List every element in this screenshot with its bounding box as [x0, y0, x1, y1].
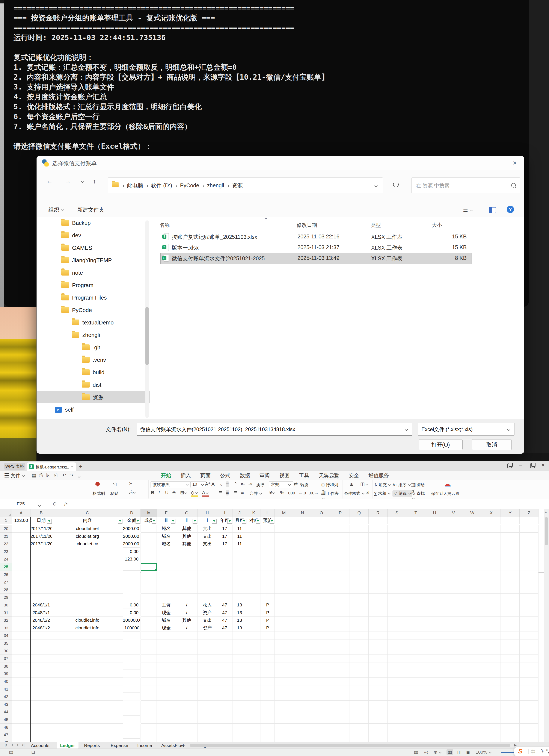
cell-L21[interactable] [261, 533, 275, 540]
row-header-26[interactable]: 26 [0, 571, 12, 579]
cell-Q21[interactable] [350, 533, 369, 540]
cell-G39[interactable] [176, 670, 198, 678]
cell-H20[interactable]: 支出 [198, 525, 217, 533]
cell-J25[interactable] [233, 563, 247, 571]
cell-I45[interactable] [217, 716, 233, 724]
cell-C1[interactable]: 内容 [52, 517, 123, 524]
cell-L33[interactable]: P [261, 624, 275, 632]
cell-X34[interactable] [482, 632, 501, 639]
filter-icon[interactable] [212, 519, 217, 524]
cell-G29[interactable] [176, 594, 198, 601]
cell-Z34[interactable] [520, 632, 538, 639]
tree-scrollbar[interactable] [145, 220, 149, 418]
cell-F44[interactable] [157, 708, 176, 716]
format-painter-label[interactable]: 格式刷 [93, 491, 105, 496]
cell-U26[interactable] [425, 571, 444, 579]
cell-Z37[interactable] [520, 655, 538, 662]
cell-D44[interactable] [123, 708, 141, 716]
cell-J47[interactable] [233, 731, 247, 739]
cell-N47[interactable] [293, 731, 312, 739]
cell-F1[interactable]: Ⅲ [157, 517, 176, 524]
cell-B24[interactable] [30, 555, 52, 563]
cell-C32[interactable]: cloudlet.info [52, 617, 123, 624]
cell-B38[interactable] [30, 662, 52, 670]
cell-X39[interactable] [482, 670, 501, 678]
filter-icon[interactable] [152, 519, 156, 524]
cell-E21[interactable] [141, 533, 157, 540]
cell-B34[interactable] [30, 632, 52, 639]
cell-U47[interactable] [425, 731, 444, 739]
cell-T25[interactable] [406, 563, 425, 571]
cell-I24[interactable] [217, 555, 233, 563]
cell-F25[interactable] [157, 563, 176, 571]
minimize-icon[interactable]: − [519, 462, 522, 469]
column-header-V[interactable]: V [444, 509, 463, 517]
cell-H47[interactable] [198, 731, 217, 739]
cell-Q41[interactable] [350, 685, 369, 693]
cell-H25[interactable] [198, 563, 217, 571]
sidebar-item--[interactable]: 资源 [37, 391, 150, 403]
cell-G35[interactable] [176, 639, 198, 647]
cell-F32[interactable]: 域名 [157, 617, 176, 624]
cell-W43[interactable] [463, 701, 482, 708]
cell-H27[interactable] [198, 578, 217, 586]
cell-F33[interactable]: 现金 [157, 624, 176, 632]
row-header-39[interactable]: 39 [0, 670, 12, 678]
cell-G27[interactable] [176, 578, 198, 586]
tab-插入[interactable]: 插入 [181, 472, 191, 479]
increase-decimal-icon[interactable]: .00→ [309, 491, 318, 495]
cell-P23[interactable] [331, 548, 350, 556]
tab-开始[interactable]: 开始 [161, 472, 171, 480]
new-folder-button[interactable]: 新建文件夹 [77, 206, 104, 213]
align-right-icon[interactable]: ≣ [234, 490, 238, 495]
cell-U46[interactable] [425, 724, 444, 731]
cell-V38[interactable] [444, 662, 463, 670]
cell-Q33[interactable] [350, 624, 369, 632]
convert-label[interactable]: 转换 [300, 482, 308, 488]
cell-O47[interactable] [312, 731, 331, 739]
column-header-X[interactable]: X [482, 509, 501, 517]
column-header-D[interactable]: D [123, 509, 141, 517]
cell-J31[interactable]: 13 [233, 609, 247, 617]
cell-T21[interactable] [406, 533, 425, 540]
cell-U30[interactable] [425, 601, 444, 609]
cell-D40[interactable] [123, 678, 141, 685]
cell-J27[interactable] [233, 578, 247, 586]
cell-K32[interactable] [247, 617, 261, 624]
cell-P47[interactable] [331, 731, 350, 739]
cell-E30[interactable] [141, 601, 157, 609]
cell-H35[interactable] [198, 639, 217, 647]
column-header-Z[interactable]: Z [520, 509, 538, 517]
cell-N23[interactable] [293, 548, 312, 556]
cell-N29[interactable] [293, 594, 312, 601]
sidebar-item-note[interactable]: note [37, 266, 150, 279]
cell-X46[interactable] [482, 724, 501, 731]
cell-P45[interactable] [331, 716, 350, 724]
column-header-I[interactable]: I [217, 509, 233, 517]
column-header-Q[interactable]: Q [350, 509, 369, 517]
cell-J24[interactable] [233, 555, 247, 563]
cell-W37[interactable] [463, 655, 482, 662]
cell-M43[interactable] [275, 701, 293, 708]
cell-B33[interactable]: 2048/1/2 [30, 624, 52, 632]
column-header-L[interactable]: L [261, 509, 275, 517]
cell-V39[interactable] [444, 670, 463, 678]
cell-T39[interactable] [406, 670, 425, 678]
cell-Z28[interactable] [520, 586, 538, 594]
cell-M30[interactable] [275, 601, 293, 609]
tab-增值服务[interactable]: 增值服务 [368, 472, 389, 479]
file-menu[interactable]: ☰ 文件 [4, 472, 26, 479]
column-header-E[interactable]: E [141, 509, 157, 517]
cell-S30[interactable] [387, 601, 406, 609]
cell-U41[interactable] [425, 685, 444, 693]
cell-F41[interactable] [157, 685, 176, 693]
cell-T33[interactable] [406, 624, 425, 632]
cell-Y33[interactable] [501, 624, 520, 632]
cell-Y29[interactable] [501, 594, 520, 601]
cell-Q20[interactable] [350, 525, 369, 533]
cell-I22[interactable]: 17 [217, 540, 233, 548]
cell-W34[interactable] [463, 632, 482, 639]
cell-W24[interactable] [463, 555, 482, 563]
filter-icon[interactable] [47, 519, 52, 524]
cell-T41[interactable] [406, 685, 425, 693]
